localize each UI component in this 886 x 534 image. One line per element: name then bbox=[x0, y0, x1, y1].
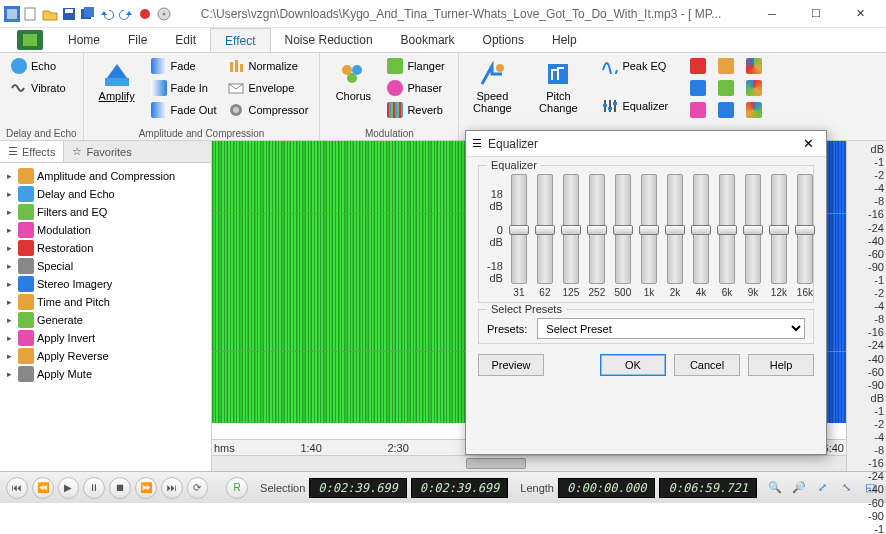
chorus-button[interactable]: Chorus bbox=[326, 55, 380, 107]
tab-home[interactable]: Home bbox=[54, 28, 114, 52]
extra-1[interactable] bbox=[685, 55, 711, 77]
expand-icon[interactable]: ▸ bbox=[4, 243, 15, 254]
horizontal-scrollbar[interactable] bbox=[212, 455, 846, 471]
eq-slider-2k[interactable] bbox=[667, 174, 683, 284]
amplify-button[interactable]: Amplify bbox=[90, 55, 144, 107]
tree-item-filters-and-eq[interactable]: ▸Filters and EQ bbox=[2, 203, 209, 221]
presets-select[interactable]: Select Preset bbox=[537, 318, 805, 339]
tree-item-time-and-pitch[interactable]: ▸Time and Pitch bbox=[2, 293, 209, 311]
dialog-titlebar[interactable]: ☰ Equalizer ✕ bbox=[466, 131, 826, 157]
ok-button[interactable]: OK bbox=[600, 354, 666, 376]
tree-item-amplitude-and-compression[interactable]: ▸Amplitude and Compression bbox=[2, 167, 209, 185]
new-icon[interactable] bbox=[23, 6, 39, 22]
record-icon[interactable] bbox=[137, 6, 153, 22]
slider-knob[interactable] bbox=[769, 225, 789, 235]
pause-button[interactable]: ⏸ bbox=[83, 477, 105, 499]
help-button[interactable]: Help bbox=[748, 354, 814, 376]
tree-item-apply-mute[interactable]: ▸Apply Mute bbox=[2, 365, 209, 383]
save-all-icon[interactable] bbox=[80, 6, 96, 22]
dialog-close-button[interactable]: ✕ bbox=[796, 136, 820, 151]
eq-slider-6k[interactable] bbox=[719, 174, 735, 284]
tab-effect[interactable]: Effect bbox=[210, 28, 270, 52]
fade-button[interactable]: Fade bbox=[146, 55, 222, 77]
extra-9[interactable] bbox=[741, 99, 767, 121]
undo-icon[interactable] bbox=[99, 6, 115, 22]
slider-knob[interactable] bbox=[561, 225, 581, 235]
eq-slider-500[interactable] bbox=[615, 174, 631, 284]
tree-item-stereo-imagery[interactable]: ▸Stereo Imagery bbox=[2, 275, 209, 293]
eq-slider-16k[interactable] bbox=[797, 174, 813, 284]
slider-knob[interactable] bbox=[717, 225, 737, 235]
play-button[interactable]: ▶ bbox=[58, 477, 80, 499]
equalizer-button[interactable]: Equalizer bbox=[597, 95, 673, 117]
expand-icon[interactable]: ▸ bbox=[4, 351, 15, 362]
peak-eq-button[interactable]: Peak EQ bbox=[597, 55, 673, 77]
expand-icon[interactable]: ▸ bbox=[4, 279, 15, 290]
expand-icon[interactable]: ▸ bbox=[4, 261, 15, 272]
tree-item-apply-invert[interactable]: ▸Apply Invert bbox=[2, 329, 209, 347]
tree-item-apply-reverse[interactable]: ▸Apply Reverse bbox=[2, 347, 209, 365]
slider-knob[interactable] bbox=[613, 225, 633, 235]
vibrato-button[interactable]: Vibrato bbox=[6, 77, 76, 99]
expand-icon[interactable]: ▸ bbox=[4, 297, 15, 308]
tree-item-modulation[interactable]: ▸Modulation bbox=[2, 221, 209, 239]
zoom-in-icon[interactable]: 🔍 bbox=[765, 479, 785, 497]
record-button[interactable]: R bbox=[226, 477, 248, 499]
tab-help[interactable]: Help bbox=[538, 28, 591, 52]
tree-item-restoration[interactable]: ▸Restoration bbox=[2, 239, 209, 257]
eq-slider-252[interactable] bbox=[589, 174, 605, 284]
eq-slider-4k[interactable] bbox=[693, 174, 709, 284]
skip-end-button[interactable]: ⏭ bbox=[161, 477, 183, 499]
reverb-button[interactable]: Reverb bbox=[382, 99, 452, 121]
flanger-button[interactable]: Flanger bbox=[382, 55, 452, 77]
fade-in-button[interactable]: Fade In bbox=[146, 77, 222, 99]
extra-7[interactable] bbox=[741, 55, 767, 77]
expand-icon[interactable]: ▸ bbox=[4, 189, 15, 200]
slider-knob[interactable] bbox=[795, 225, 815, 235]
expand-icon[interactable]: ▸ bbox=[4, 369, 15, 380]
loop-button[interactable]: ⟳ bbox=[187, 477, 209, 499]
slider-knob[interactable] bbox=[509, 225, 529, 235]
redo-icon[interactable] bbox=[118, 6, 134, 22]
tree-item-special[interactable]: ▸Special bbox=[2, 257, 209, 275]
slider-knob[interactable] bbox=[691, 225, 711, 235]
extra-5[interactable] bbox=[713, 77, 739, 99]
effects-tab[interactable]: ☰Effects bbox=[0, 141, 64, 162]
phaser-button[interactable]: Phaser bbox=[382, 77, 452, 99]
open-icon[interactable] bbox=[42, 6, 58, 22]
save-icon[interactable] bbox=[61, 6, 77, 22]
eq-slider-31[interactable] bbox=[511, 174, 527, 284]
skip-start-button[interactable]: ⏮ bbox=[6, 477, 28, 499]
tab-edit[interactable]: Edit bbox=[161, 28, 210, 52]
tab-options[interactable]: Options bbox=[469, 28, 538, 52]
tab-noise-reduction[interactable]: Noise Reduction bbox=[271, 28, 387, 52]
extra-4[interactable] bbox=[713, 55, 739, 77]
cd-icon[interactable] bbox=[156, 6, 172, 22]
compressor-button[interactable]: Compressor bbox=[223, 99, 313, 121]
extra-2[interactable] bbox=[685, 77, 711, 99]
rewind-button[interactable]: ⏪ bbox=[32, 477, 54, 499]
eq-slider-62[interactable] bbox=[537, 174, 553, 284]
slider-knob[interactable] bbox=[639, 225, 659, 235]
eq-slider-12k[interactable] bbox=[771, 174, 787, 284]
cancel-button[interactable]: Cancel bbox=[674, 354, 740, 376]
fade-out-button[interactable]: Fade Out bbox=[146, 99, 222, 121]
app-logo[interactable] bbox=[6, 28, 54, 52]
eq-slider-125[interactable] bbox=[563, 174, 579, 284]
zoom-out-icon[interactable]: 🔎 bbox=[789, 479, 809, 497]
slider-knob[interactable] bbox=[665, 225, 685, 235]
normalize-button[interactable]: Normalize bbox=[223, 55, 313, 77]
slider-knob[interactable] bbox=[587, 225, 607, 235]
scrollbar-thumb[interactable] bbox=[466, 458, 526, 469]
expand-icon[interactable]: ▸ bbox=[4, 207, 15, 218]
tree-item-delay-and-echo[interactable]: ▸Delay and Echo bbox=[2, 185, 209, 203]
zoom-sel-icon[interactable]: ⤢ bbox=[813, 479, 833, 497]
extra-8[interactable] bbox=[741, 77, 767, 99]
slider-knob[interactable] bbox=[535, 225, 555, 235]
tab-bookmark[interactable]: Bookmark bbox=[387, 28, 469, 52]
extra-3[interactable] bbox=[685, 99, 711, 121]
envelope-button[interactable]: Envelope bbox=[223, 77, 313, 99]
expand-icon[interactable]: ▸ bbox=[4, 225, 15, 236]
expand-icon[interactable]: ▸ bbox=[4, 333, 15, 344]
echo-button[interactable]: Echo bbox=[6, 55, 76, 77]
